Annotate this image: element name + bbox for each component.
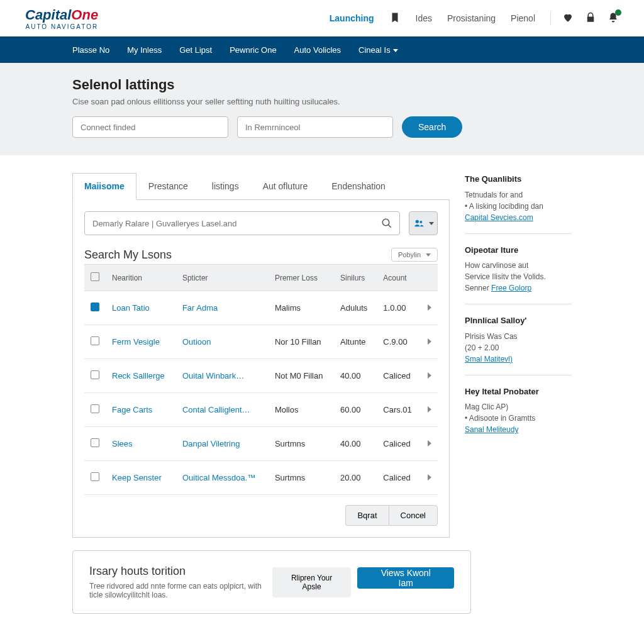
cell-account: C.9.00 (377, 325, 421, 359)
results-table: Nearition Spticter Premer Loss Sinilurs … (84, 264, 438, 495)
row-checkbox[interactable] (91, 336, 99, 345)
promo-body: Tree ridvored add nnte forme can eats op… (89, 582, 272, 599)
side-link-sevcies[interactable]: Capital Sevcies.com (465, 213, 533, 222)
table-row[interactable]: Slees Danpal Viletring Surtmns 40.00 Cal… (84, 427, 438, 461)
side-plnnlical: Plnnlical Salloy' Plrisis Was Cas (20 + … (465, 314, 572, 375)
tab-prestance[interactable]: Prestance (136, 173, 200, 199)
table-row[interactable]: Keep Senster Ouitical Messdoa.™ Surtmns … (84, 461, 438, 495)
logo[interactable]: CapitalOne AUTO NAVIGATOR (25, 7, 98, 30)
cell-sinlurs: Aduluts (334, 291, 377, 325)
tab-listings[interactable]: listings (200, 173, 251, 199)
cell-nearition[interactable]: Slees (106, 427, 176, 461)
col-premer: Premer Loss (269, 265, 334, 291)
nav-pienol[interactable]: Pienol (511, 13, 535, 23)
cell-premer: Surtmns (269, 427, 334, 461)
cell-account: 1.0.00 (377, 291, 421, 325)
chevron-right-icon (428, 338, 431, 345)
cell-spticter[interactable]: Outioon (176, 325, 269, 359)
search-button[interactable]: Search (402, 116, 462, 138)
table-row[interactable]: Loan Tatio Far Adma Malims Aduluts 1.0.0… (84, 291, 438, 325)
heart-icon[interactable] (562, 12, 574, 25)
cell-account: Caliced (377, 359, 421, 393)
notification-icon[interactable] (608, 12, 619, 25)
cell-spticter[interactable]: Ouital Winbark… (176, 359, 269, 393)
cell-sinlurs: 20.00 (334, 461, 377, 495)
chevron-right-icon (428, 440, 431, 447)
chevron-down-icon (393, 49, 398, 52)
row-checkbox[interactable] (91, 438, 99, 447)
search-icon[interactable] (381, 218, 392, 231)
cell-spticter[interactable]: Danpal Viletring (176, 427, 269, 461)
col-sinlurs: Sinilurs (334, 265, 377, 291)
nav-ides[interactable]: Ides (416, 13, 432, 23)
row-checkbox[interactable] (91, 370, 99, 379)
cell-nearition[interactable]: Keep Senster (106, 461, 176, 495)
cell-premer: Mollos (269, 393, 334, 427)
col-spticter: Spticter (176, 265, 269, 291)
side-link-matitevl[interactable]: Smal Matitevl) (465, 355, 513, 364)
col-account: Acount (377, 265, 421, 291)
people-filter-button[interactable] (409, 211, 438, 235)
select-all-checkbox[interactable] (91, 272, 99, 281)
nav-my-inles[interactable]: My Inless (127, 45, 162, 55)
cell-nearition[interactable]: Ferm Vesigle (106, 325, 176, 359)
cell-account: Caliced (377, 427, 421, 461)
side-quanlibits: The Quanlibits Tetnudals for and • A lis… (465, 173, 572, 234)
row-chevron[interactable] (421, 427, 438, 461)
chevron-right-icon (428, 406, 431, 413)
tab-endenshation[interactable]: Endenshation (319, 173, 397, 199)
panel-search-input[interactable] (84, 211, 400, 235)
nav-pewneric[interactable]: Pewnric One (230, 45, 276, 55)
row-checkbox[interactable] (91, 472, 99, 481)
chevron-right-icon (428, 304, 431, 311)
connect-input[interactable] (72, 116, 228, 138)
cell-account: Caliced (377, 461, 421, 495)
row-chevron[interactable] (421, 461, 438, 495)
concel-button[interactable]: Concel (389, 505, 438, 526)
row-chevron[interactable] (421, 325, 438, 359)
nav-cinel[interactable]: Cineal Is (358, 45, 398, 55)
chevron-right-icon (428, 474, 431, 480)
remninced-input[interactable] (237, 116, 393, 138)
promo-banner: Irsary houts torition Tree ridvored add … (72, 550, 471, 614)
nav-auto-vehicles[interactable]: Auto Volicles (294, 45, 341, 55)
side-link-golorp[interactable]: Free Golorp (491, 284, 531, 292)
bookmark-icon[interactable] (389, 12, 401, 25)
promo-views-button[interactable]: Views Kwonl Iam (357, 567, 454, 589)
row-checkbox[interactable] (91, 404, 99, 413)
svg-point-0 (382, 219, 389, 226)
cell-spticter[interactable]: Contal Calliglent… (176, 393, 269, 427)
cell-sinlurs: 40.00 (334, 427, 377, 461)
chevron-right-icon (428, 372, 431, 379)
row-chevron[interactable] (421, 291, 438, 325)
table-row[interactable]: Ferm Vesigle Outioon Nor 10 Fillan Altun… (84, 325, 438, 359)
lock-icon[interactable] (585, 12, 596, 25)
nav-launching[interactable]: Launching (330, 13, 374, 23)
svg-line-1 (388, 225, 391, 228)
tab-aut-culture[interactable]: Aut ofluture (251, 173, 320, 199)
tab-maisome[interactable]: Maiisome (72, 173, 136, 200)
side-link-meliteudy[interactable]: Sanal Meliteudy (465, 425, 518, 434)
row-checkbox[interactable] (91, 303, 99, 311)
col-nearition: Nearition (106, 265, 176, 291)
nav-get-lipst[interactable]: Get Lipst (179, 45, 212, 55)
cell-nearition[interactable]: Fage Carts (106, 393, 176, 427)
nav-prostaning[interactable]: Prosistaning (447, 13, 496, 23)
svg-point-3 (419, 221, 422, 223)
row-chevron[interactable] (421, 359, 438, 393)
sort-dropdown[interactable]: Pobylin (391, 248, 438, 262)
table-row[interactable]: Reck Salllerge Ouital Winbark… Not M0 Fi… (84, 359, 438, 393)
cell-spticter[interactable]: Ouitical Messdoa.™ (176, 461, 269, 495)
main-nav: Plasse No My Inless Get Lipst Pewnric On… (0, 36, 644, 63)
nav-please-no[interactable]: Plasse No (72, 45, 109, 55)
tab-bar: Maiisome Prestance listings Aut ofluture… (72, 173, 450, 200)
cell-nearition[interactable]: Reck Salllerge (106, 359, 176, 393)
table-row[interactable]: Fage Carts Contal Calliglent… Mollos 60.… (84, 393, 438, 427)
promo-apple-button[interactable]: Rlipren Your Apsle (272, 567, 352, 597)
row-chevron[interactable] (421, 393, 438, 427)
promo-title: Irsary houts torition (89, 565, 272, 578)
cell-spticter[interactable]: Far Adma (176, 291, 269, 325)
svg-point-2 (416, 220, 419, 223)
cell-nearition[interactable]: Loan Tatio (106, 291, 176, 325)
bqrat-button[interactable]: Bqrat (345, 505, 388, 526)
